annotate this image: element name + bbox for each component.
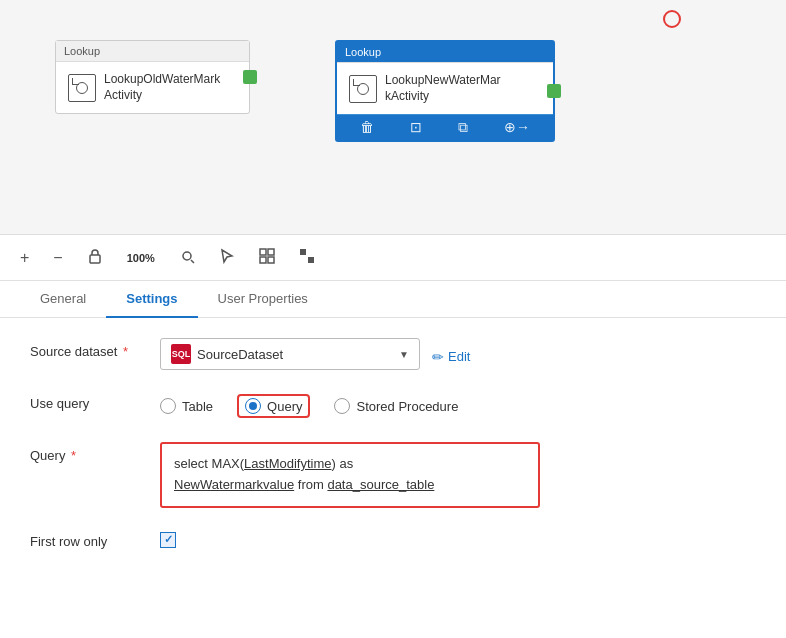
checkbox-check-icon: ✓ <box>164 533 173 546</box>
edit-pencil-icon: ✏ <box>432 349 444 365</box>
fit-btn[interactable] <box>175 246 199 270</box>
first-row-only-row: First row only ✓ <box>30 528 756 560</box>
source-dataset-edit[interactable]: ✏ Edit <box>432 344 470 365</box>
query-line1: select MAX(LastModifytime) as <box>174 454 526 475</box>
radio-query-outer <box>245 398 261 414</box>
zoom-in-btn[interactable]: + <box>16 247 33 269</box>
source-dataset-row: Source dataset * SQL SourceDataset ▼ ✏ E… <box>30 338 756 370</box>
svg-point-1 <box>183 252 191 260</box>
source-dataset-required: * <box>119 344 128 359</box>
node2-toolbar: 🗑 ⊡ ⧉ ⊕→ <box>337 114 553 140</box>
svg-rect-8 <box>308 257 314 263</box>
layout-btn[interactable] <box>255 246 279 270</box>
radio-table[interactable]: Table <box>160 398 213 414</box>
query-label: Query * <box>30 442 160 463</box>
node2-label: LookupNewWaterMar kActivity <box>385 73 501 104</box>
node1-body: LookupOldWaterMark Activity <box>56 62 249 113</box>
use-query-radio-group: Table Query Stored Procedure <box>160 390 756 418</box>
node2-run-btn[interactable]: ⊕→ <box>504 119 530 136</box>
query-required: * <box>67 448 76 463</box>
radio-stored-procedure[interactable]: Stored Procedure <box>334 398 458 414</box>
source-dataset-label: Source dataset * <box>30 338 160 359</box>
query-line2: NewWatermarkvalue from data_source_table <box>174 475 526 496</box>
query-line1-pre: select MAX( <box>174 456 244 471</box>
node1-header: Lookup <box>56 41 249 62</box>
svg-rect-6 <box>268 257 274 263</box>
canvas-area: Lookup LookupOldWaterMark Activity Looku… <box>0 0 786 235</box>
node2-body: LookupNewWaterMar kActivity <box>337 63 553 114</box>
query-textbox[interactable]: select MAX(LastModifytime) as NewWaterma… <box>160 442 540 508</box>
radio-query-inner <box>249 402 257 410</box>
radio-query-label: Query <box>267 399 302 414</box>
node-lookup-new[interactable]: Lookup LookupNewWaterMar kActivity 🗑 ⊡ ⧉… <box>335 40 555 142</box>
query-line2-mid: from <box>294 477 327 492</box>
tab-settings[interactable]: Settings <box>106 281 197 318</box>
lock-btn[interactable] <box>83 246 107 270</box>
node2-header: Lookup <box>337 42 553 63</box>
node2-config-btn[interactable]: ⊡ <box>410 119 422 136</box>
svg-rect-5 <box>260 257 266 263</box>
source-dataset-value: SourceDataset <box>197 347 393 362</box>
node2-copy-btn[interactable]: ⧉ <box>458 119 468 136</box>
query-control: select MAX(LastModifytime) as NewWaterma… <box>160 442 756 508</box>
source-dataset-dropdown[interactable]: SQL SourceDataset ▼ <box>160 338 420 370</box>
source-dataset-db-icon: SQL <box>171 344 191 364</box>
svg-rect-3 <box>260 249 266 255</box>
radio-table-outer <box>160 398 176 414</box>
svg-rect-4 <box>268 249 274 255</box>
radio-sp-outer <box>334 398 350 414</box>
node-lookup-old[interactable]: Lookup LookupOldWaterMark Activity <box>55 40 250 114</box>
use-query-label: Use query <box>30 390 160 411</box>
radio-sp-label: Stored Procedure <box>356 399 458 414</box>
use-query-row: Use query Table Query Stored <box>30 390 756 422</box>
query-line2-underline1: NewWatermarkvalue <box>174 477 294 492</box>
node2-delete-btn[interactable]: 🗑 <box>360 119 374 136</box>
tab-user-properties[interactable]: User Properties <box>198 281 328 318</box>
edit-label: Edit <box>448 349 470 364</box>
zoom-out-btn[interactable]: − <box>49 247 66 269</box>
form-area: Source dataset * SQL SourceDataset ▼ ✏ E… <box>0 318 786 600</box>
query-line2-underline2: data_source_table <box>327 477 434 492</box>
node2-icon <box>349 75 377 103</box>
zoom-100-btn[interactable]: 100% <box>123 250 159 266</box>
radio-query[interactable]: Query <box>237 394 310 418</box>
query-line1-underline: LastModifytime <box>244 456 331 471</box>
first-row-only-checkbox[interactable]: ✓ <box>160 532 176 548</box>
canvas-toolbar: + − 100% <box>0 235 786 281</box>
filter-btn[interactable] <box>295 246 319 270</box>
node1-label: LookupOldWaterMark Activity <box>104 72 220 103</box>
node1-icon <box>68 74 96 102</box>
query-row: Query * select MAX(LastModifytime) as Ne… <box>30 442 756 508</box>
tab-general[interactable]: General <box>20 281 106 318</box>
red-circle-indicator <box>663 10 681 28</box>
svg-rect-7 <box>300 249 306 255</box>
source-dataset-arrow: ▼ <box>399 349 409 360</box>
first-row-only-label: First row only <box>30 528 160 549</box>
query-line1-post: ) as <box>332 456 354 471</box>
svg-line-2 <box>191 260 194 263</box>
node2-connector <box>547 84 561 98</box>
settings-tabs: General Settings User Properties <box>0 281 786 318</box>
radio-table-label: Table <box>182 399 213 414</box>
source-dataset-control: SQL SourceDataset ▼ ✏ Edit <box>160 338 756 370</box>
svg-rect-0 <box>90 255 100 263</box>
first-row-only-control: ✓ <box>160 528 756 548</box>
select-btn[interactable] <box>215 246 239 270</box>
node1-connector <box>243 70 257 84</box>
use-query-control: Table Query Stored Procedure <box>160 390 756 418</box>
